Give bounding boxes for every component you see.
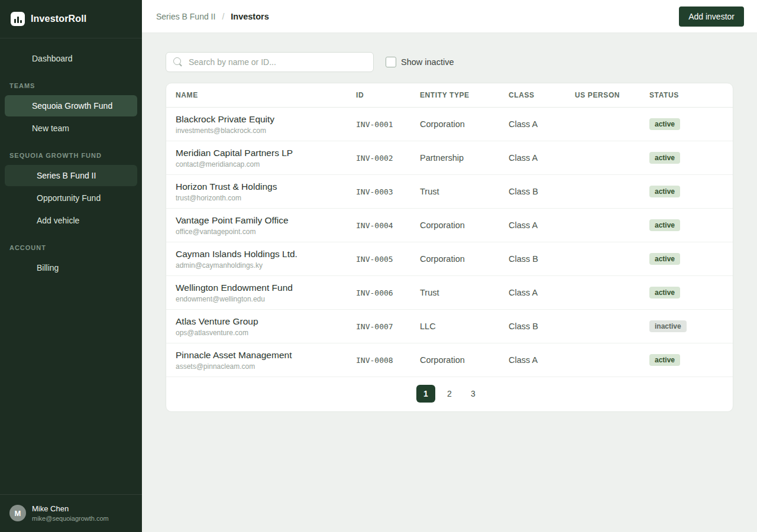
column-header-id: ID (347, 83, 410, 108)
table-row[interactable]: Meridian Capital Partners LP contact@mer… (166, 141, 733, 175)
search-icon (173, 57, 181, 65)
investor-id: INV-0004 (356, 221, 393, 230)
page-button-3[interactable]: 3 (464, 385, 483, 403)
user-email: mike@sequoiagrowth.com (32, 514, 109, 523)
investor-email: contact@meridiancap.com (176, 160, 337, 168)
table-row[interactable]: Pinnacle Asset Management assets@pinnacl… (166, 343, 733, 377)
investor-class: Class B (509, 187, 538, 196)
investors-table: NAME ID ENTITY TYPE CLASS US PERSON STAT… (166, 83, 733, 377)
investor-email: ops@atlasventure.com (176, 329, 337, 337)
investor-entity-type: Corporation (420, 254, 465, 264)
sidebar-item-series-b-fund-ii[interactable]: Series B Fund II (5, 165, 137, 186)
investor-id: INV-0001 (356, 120, 393, 129)
show-inactive-label: Show inactive (401, 57, 454, 67)
sidebar-section-teams: TEAMS (0, 70, 142, 94)
table-row[interactable]: Vantage Point Family Office office@vanta… (166, 209, 733, 242)
user-name: Mike Chen (32, 504, 109, 514)
investor-entity-type: Partnership (420, 153, 464, 163)
sidebar-item-dashboard[interactable]: Dashboard (5, 48, 137, 69)
app-brand: InvestorRoll (0, 0, 142, 38)
table-body: Blackrock Private Equity investments@bla… (166, 108, 733, 377)
investor-email: endowment@wellington.edu (176, 295, 337, 303)
sidebar-section-account: ACCOUNT (0, 232, 142, 256)
table-row[interactable]: Horizon Trust & Holdings trust@horizonth… (166, 175, 733, 209)
page-button-1[interactable]: 1 (416, 385, 435, 403)
investor-email: admin@caymanholdings.ky (176, 261, 337, 270)
investor-entity-type: LLC (420, 322, 436, 331)
table-row[interactable]: Atlas Venture Group ops@atlasventure.com… (166, 310, 733, 343)
column-header-name: NAME (166, 83, 347, 108)
investor-id: INV-0006 (356, 288, 393, 297)
sidebar-item-sequoia-growth-fund[interactable]: Sequoia Growth Fund (5, 95, 137, 116)
investor-email: assets@pinnacleam.com (176, 362, 337, 371)
investors-table-card: NAME ID ENTITY TYPE CLASS US PERSON STAT… (166, 83, 733, 412)
status-badge: active (649, 186, 680, 197)
investor-name: Pinnacle Asset Management (176, 350, 337, 361)
sidebar-item-add-vehicle[interactable]: Add vehicle (5, 210, 137, 231)
app-title: InvestorRoll (31, 14, 86, 24)
investor-entity-type: Corporation (420, 355, 465, 365)
table-header-row: NAME ID ENTITY TYPE CLASS US PERSON STAT… (166, 83, 733, 108)
investor-name: Atlas Venture Group (176, 316, 337, 327)
column-header-status: STATUS (640, 83, 733, 108)
investor-name: Wellington Endowment Fund (176, 283, 337, 293)
user-profile[interactable]: M Mike Chen mike@sequoiagrowth.com (0, 494, 142, 532)
investor-class: Class A (509, 153, 538, 163)
investor-class: Class A (509, 288, 538, 297)
sidebar-item-opportunity-fund[interactable]: Opportunity Fund (5, 187, 137, 209)
sidebar-item-billing[interactable]: Billing (5, 257, 137, 278)
investor-name: Blackrock Private Equity (176, 114, 337, 125)
investor-email: office@vantagepoint.com (176, 228, 337, 236)
main-content: Show inactive NAME ID ENTITY TYPE CLASS … (142, 33, 757, 532)
column-header-us-person: US PERSON (565, 83, 640, 108)
toolbar: Show inactive (166, 52, 733, 72)
sidebar-item-new-team[interactable]: New team (5, 118, 137, 139)
page-button-2[interactable]: 2 (440, 385, 459, 403)
column-header-class: CLASS (499, 83, 565, 108)
investor-entity-type: Trust (420, 187, 439, 196)
investor-name: Meridian Capital Partners LP (176, 148, 337, 158)
investor-name: Cayman Islands Holdings Ltd. (176, 249, 337, 259)
table-row[interactable]: Cayman Islands Holdings Ltd. admin@cayma… (166, 242, 733, 276)
investor-name: Vantage Point Family Office (176, 215, 337, 226)
bar-chart-icon (11, 12, 25, 26)
show-inactive-checkbox[interactable] (386, 57, 396, 67)
investor-id: INV-0005 (356, 255, 393, 264)
investor-class: Class B (509, 322, 538, 331)
status-badge: active (649, 253, 680, 265)
investor-entity-type: Trust (420, 288, 439, 297)
status-badge: inactive (649, 320, 687, 332)
status-badge: active (649, 287, 680, 299)
investor-id: INV-0003 (356, 187, 393, 196)
show-inactive-toggle[interactable]: Show inactive (386, 57, 454, 67)
breadcrumb-separator: / (222, 12, 224, 21)
sidebar-nav: Dashboard TEAMS Sequoia Growth Fund New … (0, 38, 142, 280)
search-input[interactable] (166, 52, 374, 72)
investor-class: Class A (509, 355, 538, 365)
investor-email: investments@blackrock.com (176, 126, 337, 135)
table-row[interactable]: Blackrock Private Equity investments@bla… (166, 108, 733, 141)
status-badge: active (649, 219, 680, 231)
pagination: 1 2 3 (166, 377, 733, 411)
top-header: Series B Fund II / Investors Add investo… (142, 0, 757, 33)
investor-class: Class B (509, 254, 538, 264)
investor-class: Class A (509, 220, 538, 230)
add-investor-button[interactable]: Add investor (679, 7, 744, 27)
breadcrumb-current: Investors (231, 12, 268, 21)
investor-id: INV-0008 (356, 356, 393, 365)
investor-entity-type: Corporation (420, 220, 465, 230)
investor-id: INV-0002 (356, 154, 393, 163)
breadcrumb-parent[interactable]: Series B Fund II (156, 12, 215, 21)
status-badge: active (649, 152, 680, 164)
table-row[interactable]: Wellington Endowment Fund endowment@well… (166, 276, 733, 310)
column-header-entity-type: ENTITY TYPE (410, 83, 499, 108)
investor-entity-type: Corporation (420, 119, 465, 129)
investor-class: Class A (509, 119, 538, 129)
investor-id: INV-0007 (356, 322, 393, 331)
sidebar-section-sequoia-growth-fund: SEQUOIA GROWTH FUND (0, 140, 142, 164)
investor-email: trust@horizonth.com (176, 194, 337, 202)
investor-name: Horizon Trust & Holdings (176, 181, 337, 192)
avatar: M (9, 505, 26, 521)
sidebar: InvestorRoll Dashboard TEAMS Sequoia Gro… (0, 0, 142, 532)
status-badge: active (649, 354, 680, 366)
